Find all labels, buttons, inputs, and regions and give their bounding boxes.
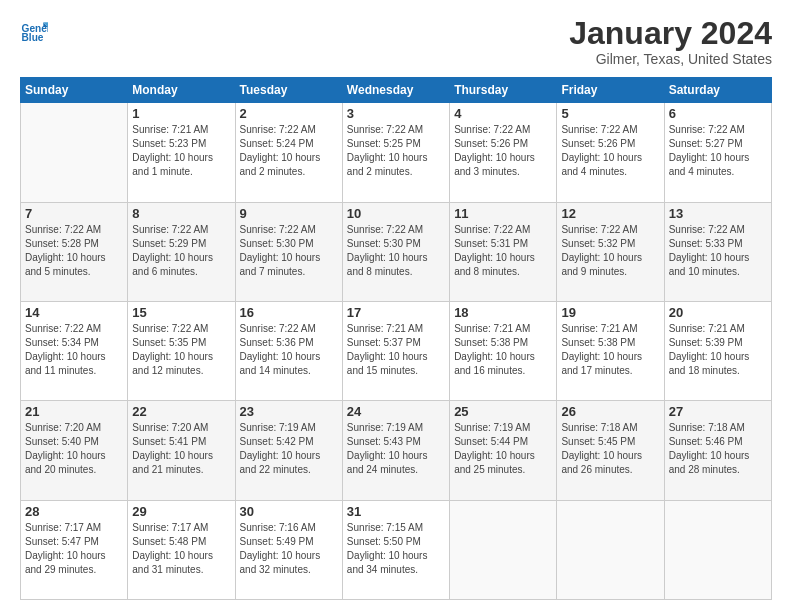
day-info: Sunrise: 7:22 AMSunset: 5:27 PMDaylight:… bbox=[669, 123, 767, 179]
day-info: Sunrise: 7:19 AMSunset: 5:42 PMDaylight:… bbox=[240, 421, 338, 477]
day-number: 28 bbox=[25, 504, 123, 519]
table-row: 23Sunrise: 7:19 AMSunset: 5:42 PMDayligh… bbox=[235, 401, 342, 500]
header-sunday: Sunday bbox=[21, 78, 128, 103]
day-number: 25 bbox=[454, 404, 552, 419]
day-info: Sunrise: 7:21 AMSunset: 5:38 PMDaylight:… bbox=[561, 322, 659, 378]
table-row: 24Sunrise: 7:19 AMSunset: 5:43 PMDayligh… bbox=[342, 401, 449, 500]
day-info: Sunrise: 7:22 AMSunset: 5:30 PMDaylight:… bbox=[347, 223, 445, 279]
table-row: 21Sunrise: 7:20 AMSunset: 5:40 PMDayligh… bbox=[21, 401, 128, 500]
day-info: Sunrise: 7:16 AMSunset: 5:49 PMDaylight:… bbox=[240, 521, 338, 577]
table-row: 8Sunrise: 7:22 AMSunset: 5:29 PMDaylight… bbox=[128, 202, 235, 301]
table-row: 18Sunrise: 7:21 AMSunset: 5:38 PMDayligh… bbox=[450, 301, 557, 400]
table-row: 17Sunrise: 7:21 AMSunset: 5:37 PMDayligh… bbox=[342, 301, 449, 400]
day-number: 16 bbox=[240, 305, 338, 320]
day-number: 6 bbox=[669, 106, 767, 121]
day-info: Sunrise: 7:22 AMSunset: 5:32 PMDaylight:… bbox=[561, 223, 659, 279]
header-thursday: Thursday bbox=[450, 78, 557, 103]
day-info: Sunrise: 7:22 AMSunset: 5:34 PMDaylight:… bbox=[25, 322, 123, 378]
calendar-week-row: 14Sunrise: 7:22 AMSunset: 5:34 PMDayligh… bbox=[21, 301, 772, 400]
day-info: Sunrise: 7:20 AMSunset: 5:40 PMDaylight:… bbox=[25, 421, 123, 477]
day-info: Sunrise: 7:22 AMSunset: 5:24 PMDaylight:… bbox=[240, 123, 338, 179]
weekday-header-row: Sunday Monday Tuesday Wednesday Thursday… bbox=[21, 78, 772, 103]
title-area: January 2024 Gilmer, Texas, United State… bbox=[569, 16, 772, 67]
table-row: 30Sunrise: 7:16 AMSunset: 5:49 PMDayligh… bbox=[235, 500, 342, 599]
day-number: 12 bbox=[561, 206, 659, 221]
table-row bbox=[450, 500, 557, 599]
day-number: 27 bbox=[669, 404, 767, 419]
day-info: Sunrise: 7:18 AMSunset: 5:45 PMDaylight:… bbox=[561, 421, 659, 477]
day-info: Sunrise: 7:21 AMSunset: 5:38 PMDaylight:… bbox=[454, 322, 552, 378]
table-row: 6Sunrise: 7:22 AMSunset: 5:27 PMDaylight… bbox=[664, 103, 771, 202]
table-row: 11Sunrise: 7:22 AMSunset: 5:31 PMDayligh… bbox=[450, 202, 557, 301]
day-info: Sunrise: 7:22 AMSunset: 5:31 PMDaylight:… bbox=[454, 223, 552, 279]
day-info: Sunrise: 7:22 AMSunset: 5:30 PMDaylight:… bbox=[240, 223, 338, 279]
table-row: 5Sunrise: 7:22 AMSunset: 5:26 PMDaylight… bbox=[557, 103, 664, 202]
day-info: Sunrise: 7:19 AMSunset: 5:43 PMDaylight:… bbox=[347, 421, 445, 477]
header-monday: Monday bbox=[128, 78, 235, 103]
day-info: Sunrise: 7:22 AMSunset: 5:33 PMDaylight:… bbox=[669, 223, 767, 279]
day-info: Sunrise: 7:21 AMSunset: 5:23 PMDaylight:… bbox=[132, 123, 230, 179]
day-number: 18 bbox=[454, 305, 552, 320]
location: Gilmer, Texas, United States bbox=[569, 51, 772, 67]
table-row: 25Sunrise: 7:19 AMSunset: 5:44 PMDayligh… bbox=[450, 401, 557, 500]
day-info: Sunrise: 7:17 AMSunset: 5:48 PMDaylight:… bbox=[132, 521, 230, 577]
calendar-week-row: 1Sunrise: 7:21 AMSunset: 5:23 PMDaylight… bbox=[21, 103, 772, 202]
day-number: 2 bbox=[240, 106, 338, 121]
header-wednesday: Wednesday bbox=[342, 78, 449, 103]
day-info: Sunrise: 7:21 AMSunset: 5:37 PMDaylight:… bbox=[347, 322, 445, 378]
day-number: 21 bbox=[25, 404, 123, 419]
header-tuesday: Tuesday bbox=[235, 78, 342, 103]
table-row: 2Sunrise: 7:22 AMSunset: 5:24 PMDaylight… bbox=[235, 103, 342, 202]
day-info: Sunrise: 7:21 AMSunset: 5:39 PMDaylight:… bbox=[669, 322, 767, 378]
table-row: 14Sunrise: 7:22 AMSunset: 5:34 PMDayligh… bbox=[21, 301, 128, 400]
table-row: 28Sunrise: 7:17 AMSunset: 5:47 PMDayligh… bbox=[21, 500, 128, 599]
day-number: 5 bbox=[561, 106, 659, 121]
day-info: Sunrise: 7:20 AMSunset: 5:41 PMDaylight:… bbox=[132, 421, 230, 477]
day-number: 20 bbox=[669, 305, 767, 320]
table-row: 13Sunrise: 7:22 AMSunset: 5:33 PMDayligh… bbox=[664, 202, 771, 301]
day-info: Sunrise: 7:18 AMSunset: 5:46 PMDaylight:… bbox=[669, 421, 767, 477]
header: General Blue January 2024 Gilmer, Texas,… bbox=[20, 16, 772, 67]
day-number: 15 bbox=[132, 305, 230, 320]
logo: General Blue bbox=[20, 16, 48, 44]
day-number: 4 bbox=[454, 106, 552, 121]
day-info: Sunrise: 7:22 AMSunset: 5:36 PMDaylight:… bbox=[240, 322, 338, 378]
table-row: 3Sunrise: 7:22 AMSunset: 5:25 PMDaylight… bbox=[342, 103, 449, 202]
day-number: 22 bbox=[132, 404, 230, 419]
day-number: 26 bbox=[561, 404, 659, 419]
calendar-week-row: 21Sunrise: 7:20 AMSunset: 5:40 PMDayligh… bbox=[21, 401, 772, 500]
day-number: 3 bbox=[347, 106, 445, 121]
calendar-table: Sunday Monday Tuesday Wednesday Thursday… bbox=[20, 77, 772, 600]
table-row: 12Sunrise: 7:22 AMSunset: 5:32 PMDayligh… bbox=[557, 202, 664, 301]
table-row bbox=[557, 500, 664, 599]
day-info: Sunrise: 7:22 AMSunset: 5:28 PMDaylight:… bbox=[25, 223, 123, 279]
day-number: 11 bbox=[454, 206, 552, 221]
calendar-week-row: 7Sunrise: 7:22 AMSunset: 5:28 PMDaylight… bbox=[21, 202, 772, 301]
table-row: 9Sunrise: 7:22 AMSunset: 5:30 PMDaylight… bbox=[235, 202, 342, 301]
table-row: 31Sunrise: 7:15 AMSunset: 5:50 PMDayligh… bbox=[342, 500, 449, 599]
day-info: Sunrise: 7:17 AMSunset: 5:47 PMDaylight:… bbox=[25, 521, 123, 577]
table-row: 4Sunrise: 7:22 AMSunset: 5:26 PMDaylight… bbox=[450, 103, 557, 202]
day-number: 29 bbox=[132, 504, 230, 519]
logo-icon: General Blue bbox=[20, 16, 48, 44]
table-row: 26Sunrise: 7:18 AMSunset: 5:45 PMDayligh… bbox=[557, 401, 664, 500]
day-number: 23 bbox=[240, 404, 338, 419]
table-row: 10Sunrise: 7:22 AMSunset: 5:30 PMDayligh… bbox=[342, 202, 449, 301]
table-row: 16Sunrise: 7:22 AMSunset: 5:36 PMDayligh… bbox=[235, 301, 342, 400]
day-info: Sunrise: 7:19 AMSunset: 5:44 PMDaylight:… bbox=[454, 421, 552, 477]
day-info: Sunrise: 7:22 AMSunset: 5:25 PMDaylight:… bbox=[347, 123, 445, 179]
table-row: 22Sunrise: 7:20 AMSunset: 5:41 PMDayligh… bbox=[128, 401, 235, 500]
calendar-week-row: 28Sunrise: 7:17 AMSunset: 5:47 PMDayligh… bbox=[21, 500, 772, 599]
day-info: Sunrise: 7:22 AMSunset: 5:29 PMDaylight:… bbox=[132, 223, 230, 279]
table-row: 1Sunrise: 7:21 AMSunset: 5:23 PMDaylight… bbox=[128, 103, 235, 202]
month-title: January 2024 bbox=[569, 16, 772, 51]
header-friday: Friday bbox=[557, 78, 664, 103]
day-info: Sunrise: 7:15 AMSunset: 5:50 PMDaylight:… bbox=[347, 521, 445, 577]
table-row bbox=[21, 103, 128, 202]
day-info: Sunrise: 7:22 AMSunset: 5:26 PMDaylight:… bbox=[454, 123, 552, 179]
day-number: 7 bbox=[25, 206, 123, 221]
table-row: 29Sunrise: 7:17 AMSunset: 5:48 PMDayligh… bbox=[128, 500, 235, 599]
day-number: 31 bbox=[347, 504, 445, 519]
day-info: Sunrise: 7:22 AMSunset: 5:26 PMDaylight:… bbox=[561, 123, 659, 179]
day-number: 24 bbox=[347, 404, 445, 419]
